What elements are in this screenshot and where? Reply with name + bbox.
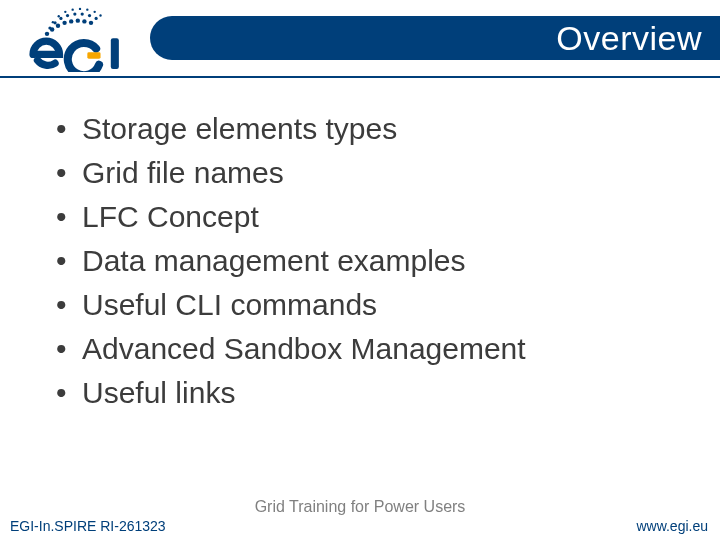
footer: Grid Training for Power Users EGI-In.SPI… xyxy=(0,488,720,540)
footer-link[interactable]: www.egi.eu xyxy=(636,518,708,534)
bullet-text: Data management examples xyxy=(82,242,466,280)
svg-rect-25 xyxy=(111,38,119,69)
svg-point-7 xyxy=(89,21,93,25)
svg-point-10 xyxy=(59,17,62,20)
svg-point-21 xyxy=(86,8,88,10)
svg-point-4 xyxy=(69,19,73,23)
egi-logo-svg xyxy=(10,6,150,72)
bullet-icon: • xyxy=(56,286,82,324)
list-item: • Data management examples xyxy=(56,242,690,280)
bullet-icon: • xyxy=(56,330,82,368)
svg-point-19 xyxy=(71,8,73,10)
header-rule xyxy=(0,76,720,78)
bullet-icon: • xyxy=(56,242,82,280)
egi-logo xyxy=(10,6,150,72)
svg-point-11 xyxy=(66,14,69,17)
svg-point-13 xyxy=(81,12,84,15)
bullet-text: Useful links xyxy=(82,374,235,412)
bullet-icon: • xyxy=(56,198,82,236)
svg-point-2 xyxy=(56,24,60,28)
list-item: • Advanced Sandbox Management xyxy=(56,330,690,368)
svg-point-16 xyxy=(52,21,54,23)
bullet-text: Grid file names xyxy=(82,154,284,192)
list-item: • Useful links xyxy=(56,374,690,412)
bullet-text: Storage elements types xyxy=(82,110,397,148)
bullet-text: LFC Concept xyxy=(82,198,259,236)
footer-left: EGI-In.SPIRE RI-261323 xyxy=(10,518,166,534)
svg-point-17 xyxy=(58,15,60,17)
bullet-text: Useful CLI commands xyxy=(82,286,377,324)
slide: Overview • Storage elements types • Grid… xyxy=(0,0,720,540)
slide-body: • Storage elements types • Grid file nam… xyxy=(56,110,690,418)
svg-point-0 xyxy=(45,32,49,36)
list-item: • Useful CLI commands xyxy=(56,286,690,324)
svg-point-20 xyxy=(79,8,81,10)
title-bar: Overview xyxy=(150,16,720,60)
svg-point-22 xyxy=(93,11,95,13)
svg-point-6 xyxy=(82,19,86,23)
bullet-icon: • xyxy=(56,154,82,192)
bullet-icon: • xyxy=(56,374,82,412)
svg-point-12 xyxy=(73,12,76,15)
svg-point-5 xyxy=(76,18,80,22)
list-item: • LFC Concept xyxy=(56,198,690,236)
bullet-icon: • xyxy=(56,110,82,148)
slide-title: Overview xyxy=(556,19,702,58)
svg-point-18 xyxy=(64,11,66,13)
footer-center: Grid Training for Power Users xyxy=(0,498,720,516)
svg-point-15 xyxy=(95,17,98,20)
header: Overview xyxy=(0,0,720,78)
svg-point-23 xyxy=(99,14,101,16)
bullet-text: Advanced Sandbox Management xyxy=(82,330,526,368)
svg-point-8 xyxy=(48,26,51,29)
list-item: • Grid file names xyxy=(56,154,690,192)
svg-point-14 xyxy=(88,14,91,17)
list-item: • Storage elements types xyxy=(56,110,690,148)
svg-rect-24 xyxy=(87,52,100,59)
bullet-list: • Storage elements types • Grid file nam… xyxy=(56,110,690,412)
svg-point-3 xyxy=(62,21,66,25)
